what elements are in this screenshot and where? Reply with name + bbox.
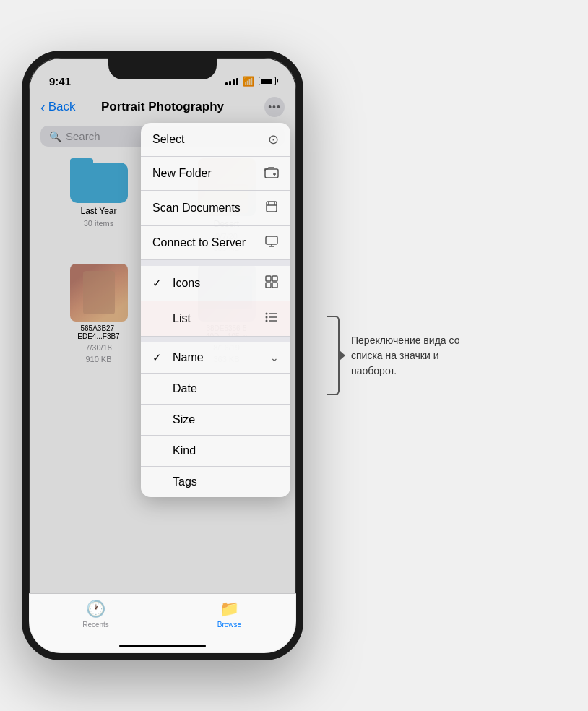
menu-item-date[interactable]: Date: [141, 374, 290, 405]
menu-item-list[interactable]: List: [141, 301, 290, 337]
menu-separator-2: [141, 337, 290, 342]
svg-rect-3: [267, 202, 277, 212]
scan-documents-icon: [264, 199, 279, 217]
svg-point-17: [266, 320, 268, 322]
menu-separator-1: [141, 260, 290, 266]
tab-browse[interactable]: 📁 Browse: [163, 600, 296, 629]
menu-label-connect-to-server: Connect to Server: [152, 236, 246, 249]
name-chevron-icon: ⌄: [270, 352, 279, 363]
svg-rect-8: [266, 276, 271, 281]
svg-rect-9: [272, 276, 277, 281]
menu-item-tags[interactable]: Tags: [141, 467, 290, 497]
menu-item-name[interactable]: ✓ Name ⌄: [141, 342, 290, 374]
svg-point-16: [266, 316, 268, 319]
select-icon: ⊙: [268, 132, 279, 147]
annotation: Переключение вида со списка на значки и …: [318, 309, 481, 402]
annotation-text: Переключение вида со списка на значки и …: [351, 333, 481, 379]
svg-point-15: [266, 313, 268, 315]
name-checkmark: ✓: [152, 351, 167, 364]
list-icon: [264, 310, 279, 327]
menu-label-scan-documents: Scan Documents: [152, 202, 241, 215]
connect-server-icon: [264, 235, 279, 251]
browse-icon: 📁: [220, 600, 239, 619]
tab-recents[interactable]: 🕐 Recents: [29, 600, 163, 629]
tab-label-browse: Browse: [217, 621, 241, 629]
menu-label-icons: Icons: [173, 277, 200, 290]
svg-rect-0: [265, 169, 278, 178]
menu-label-name: Name: [173, 351, 204, 364]
iphone-frame: 9:41 📶 ‹ Back Portrait Photography: [22, 51, 303, 660]
menu-label-list: List: [173, 312, 191, 325]
icons-checkmark: ✓: [152, 277, 167, 290]
menu-item-select[interactable]: Select ⊙: [141, 123, 290, 157]
menu-item-kind[interactable]: Kind: [141, 436, 290, 467]
bracket-icon: [327, 316, 340, 395]
notch: [108, 58, 217, 79]
home-indicator: [119, 645, 206, 647]
menu-item-new-folder[interactable]: New Folder: [141, 157, 290, 191]
menu-item-connect-to-server[interactable]: Connect to Server: [141, 226, 290, 260]
menu-item-icons[interactable]: ✓ Icons: [141, 266, 290, 301]
svg-rect-10: [266, 283, 271, 288]
menu-label-kind: Kind: [173, 444, 196, 457]
svg-rect-5: [266, 236, 277, 244]
menu-item-size[interactable]: Size: [141, 405, 290, 436]
menu-label-new-folder: New Folder: [152, 167, 212, 180]
menu-label-size: Size: [173, 413, 195, 426]
icons-grid-icon: [264, 275, 279, 292]
new-folder-icon: [264, 165, 279, 181]
menu-label-date: Date: [173, 382, 197, 395]
svg-rect-11: [272, 283, 277, 288]
menu-label-select: Select: [152, 133, 184, 146]
menu-label-tags: Tags: [173, 475, 197, 488]
menu-item-scan-documents[interactable]: Scan Documents: [141, 191, 290, 226]
context-menu: Select ⊙ New Folder Scan Documents: [141, 123, 290, 497]
tab-label-recents: Recents: [82, 621, 109, 629]
recents-icon: 🕐: [86, 600, 105, 619]
